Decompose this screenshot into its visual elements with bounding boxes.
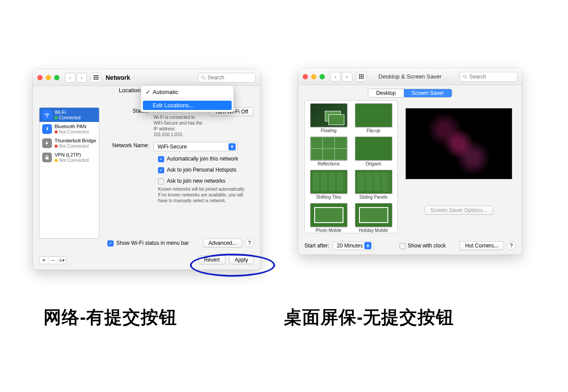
screensaver-thumbnails[interactable]: Floating Flip-up Reflections Origami Shi… xyxy=(304,100,398,233)
back-button[interactable]: ‹ xyxy=(65,73,75,82)
screensaver-options-button[interactable]: Screen Saver Options... xyxy=(425,206,493,215)
wifi-icon xyxy=(42,110,52,120)
screensaver-main: Floating Flip-up Reflections Origami Shi… xyxy=(298,100,522,233)
status-label: Status: xyxy=(106,108,154,137)
connection-thunderbolt[interactable]: Thunderbolt Bridge Not Connected xyxy=(39,136,99,150)
start-after-select[interactable]: 20 Minutes xyxy=(333,242,374,250)
zoom-icon[interactable] xyxy=(54,75,59,80)
nav-arrows: ‹ › xyxy=(330,72,352,82)
tab-screensaver[interactable]: Screen Saver xyxy=(404,89,452,97)
caption-right: 桌面屏保-无提交按钮 xyxy=(284,305,454,329)
thumb-holiday-mobile[interactable]: Holiday Mobile xyxy=(352,203,394,233)
ask-new-help-text: Known networks will be joined automatica… xyxy=(158,186,247,204)
thumb-sliding-panels[interactable]: Sliding Panels xyxy=(352,170,394,200)
status-dot-icon xyxy=(55,116,58,119)
thumb-preview xyxy=(310,203,347,227)
screensaver-footer: Start after: 20 Minutes Show with clock … xyxy=(304,241,516,250)
status-detail: Wi-Fi is connected to WiFi-Secure and ha… xyxy=(154,114,205,137)
search-icon xyxy=(201,75,206,80)
thumb-reflections[interactable]: Reflections xyxy=(308,137,350,166)
connections-list: Wi-Fi Connected Bluetooth PAN Not Connec… xyxy=(39,107,99,239)
search-input[interactable] xyxy=(208,74,253,81)
network-prefs-window: ‹ › Network Location Automatic Edit Loca… xyxy=(33,69,260,270)
thumb-preview xyxy=(355,103,392,127)
help-button[interactable]: ? xyxy=(507,241,516,250)
show-all-button[interactable] xyxy=(91,73,101,82)
thumb-preview xyxy=(355,170,392,194)
network-name-select[interactable]: WiFi-Secure xyxy=(154,142,238,151)
zoom-icon[interactable] xyxy=(320,74,325,79)
connection-vpn[interactable]: VPN (L2TP) Not Connected xyxy=(39,150,99,165)
search-field[interactable] xyxy=(460,72,517,82)
bluetooth-icon xyxy=(42,124,52,134)
menu-separator xyxy=(143,98,232,99)
network-columns: Wi-Fi Connected Bluetooth PAN Not Connec… xyxy=(39,107,254,239)
chevron-updown-icon xyxy=(364,242,371,249)
tab-bar: Desktop Screen Saver xyxy=(298,85,522,100)
minimize-icon[interactable] xyxy=(46,75,51,80)
location-menu-edit[interactable]: Edit Locations... xyxy=(143,101,232,110)
remove-connection-button[interactable]: − xyxy=(48,257,57,264)
back-button[interactable]: ‹ xyxy=(330,72,341,82)
thumb-origami[interactable]: Origami xyxy=(352,137,394,166)
thumb-flipup[interactable]: Flip-up xyxy=(352,103,394,133)
ask-hotspot-checkbox-row[interactable]: Ask to join Personal Hotspots xyxy=(158,167,254,173)
preview-pane: Screen Saver Options... xyxy=(402,100,516,233)
commit-row: Revert Apply xyxy=(198,255,254,264)
connection-wifi[interactable]: Wi-Fi Connected xyxy=(39,108,99,122)
connection-bluetooth[interactable]: Bluetooth PAN Not Connected xyxy=(39,122,99,136)
start-after-label: Start after: xyxy=(304,243,329,249)
thumb-grid: Floating Flip-up Reflections Origami Shi… xyxy=(308,103,394,233)
ask-new-checkbox-row[interactable]: Ask to join new networks xyxy=(158,178,254,184)
list-footer: + − ⊙▾ xyxy=(39,256,67,264)
advanced-button[interactable]: Advanced... xyxy=(203,239,242,247)
connection-name: Thunderbolt Bridge xyxy=(55,138,96,144)
apply-button[interactable]: Apply xyxy=(229,255,254,264)
thumb-floating[interactable]: Floating xyxy=(308,103,350,133)
network-name-label: Network Name: xyxy=(106,142,154,151)
screensaver-prefs-window: ‹ › Desktop & Screen Saver Desktop Scree… xyxy=(298,68,522,255)
window-title: Desktop & Screen Saver xyxy=(379,73,442,80)
screensaver-preview xyxy=(406,108,512,179)
auto-join-checkbox-row[interactable]: Automatically join this network xyxy=(158,156,254,162)
forward-button[interactable]: › xyxy=(76,73,87,82)
help-button[interactable]: ? xyxy=(245,239,254,247)
thumb-shifting-tiles[interactable]: Shifting Tiles xyxy=(308,170,350,200)
show-clock-checkbox-row[interactable]: Show with clock xyxy=(399,243,446,249)
forward-button[interactable]: › xyxy=(342,72,352,82)
thumb-photo-mobile[interactable]: Photo Mobile xyxy=(308,203,350,233)
close-icon[interactable] xyxy=(303,74,308,79)
network-body: Location Automatic Edit Locations... Wi-… xyxy=(33,86,260,270)
checkbox-icon xyxy=(158,167,164,173)
location-menu-automatic[interactable]: Automatic xyxy=(143,87,232,97)
show-menubar-checkbox-row[interactable]: Show Wi-Fi status in menu bar xyxy=(107,240,189,247)
close-icon[interactable] xyxy=(37,75,43,80)
show-all-button[interactable] xyxy=(356,72,367,82)
screensaver-body: Desktop Screen Saver Floating Flip-up Re… xyxy=(298,85,522,255)
search-field[interactable] xyxy=(198,73,256,82)
thumb-preview xyxy=(355,203,392,227)
hot-corners-button[interactable]: Hot Corners... xyxy=(459,241,504,250)
checkbox-icon xyxy=(158,178,164,184)
titlebar: ‹ › Network xyxy=(33,69,260,86)
minimize-icon[interactable] xyxy=(311,74,316,79)
caption-left: 网络-有提交按钮 xyxy=(43,305,177,329)
window-controls xyxy=(303,74,325,79)
search-input[interactable] xyxy=(469,74,515,80)
nav-arrows: ‹ › xyxy=(65,73,87,82)
checkbox-icon xyxy=(158,156,164,162)
thumb-preview xyxy=(355,137,392,161)
thumb-preview xyxy=(310,137,347,161)
connection-detail: Status: Connected Wi-Fi is connected to … xyxy=(106,107,254,239)
window-title: Network xyxy=(106,74,130,81)
lock-icon xyxy=(42,153,52,162)
revert-button[interactable]: Revert xyxy=(198,255,225,264)
segmented-control: Desktop Screen Saver xyxy=(368,89,453,98)
window-controls xyxy=(37,75,59,80)
add-connection-button[interactable]: + xyxy=(39,257,48,264)
thumb-preview xyxy=(310,170,347,194)
location-label: Location xyxy=(119,87,141,94)
connection-gear-button[interactable]: ⊙▾ xyxy=(58,257,66,264)
bottom-row: Show Wi-Fi status in menu bar Advanced..… xyxy=(107,239,254,247)
tab-desktop[interactable]: Desktop xyxy=(368,89,404,97)
